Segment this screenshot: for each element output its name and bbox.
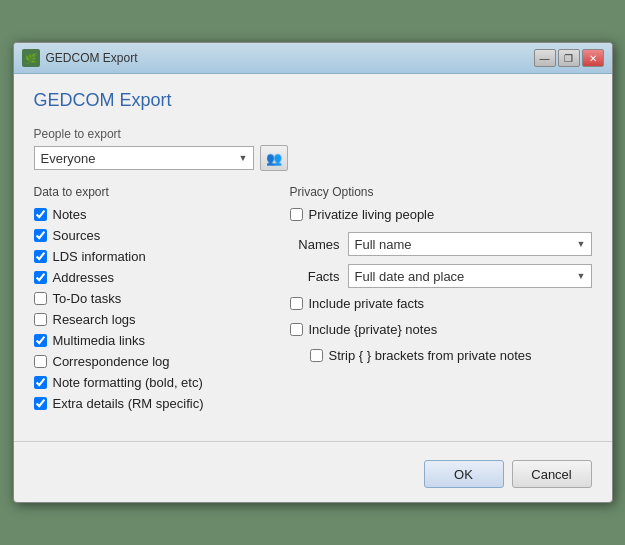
addresses-label[interactable]: Addresses (53, 270, 114, 285)
people-export-section: People to export Everyone Selected peopl… (34, 127, 592, 171)
privatize-living-checkbox[interactable] (290, 208, 303, 221)
facts-row-label: Facts (290, 269, 340, 284)
lds-checkbox[interactable] (34, 250, 47, 263)
checkbox-multimedia: Multimedia links (34, 333, 274, 348)
extradetails-checkbox[interactable] (34, 397, 47, 410)
todo-checkbox[interactable] (34, 292, 47, 305)
notes-checkbox[interactable] (34, 208, 47, 221)
include-private-facts-checkbox[interactable] (290, 297, 303, 310)
sources-label[interactable]: Sources (53, 228, 101, 243)
include-private-notes-row: Include {private} notes (290, 322, 592, 337)
select-people-button[interactable]: 👥 (260, 145, 288, 171)
checkbox-addresses: Addresses (34, 270, 274, 285)
checkbox-research: Research logs (34, 312, 274, 327)
lds-label[interactable]: LDS information (53, 249, 146, 264)
notes-label[interactable]: Notes (53, 207, 87, 222)
strip-brackets-row: Strip { } brackets from private notes (290, 348, 592, 363)
two-column-layout: Data to export Notes Sources LDS informa… (34, 185, 592, 417)
restore-button[interactable]: ❐ (558, 49, 580, 67)
facts-row: Facts Full date and place Year only No d… (290, 264, 592, 288)
noteformat-label[interactable]: Note formatting (bold, etc) (53, 375, 203, 390)
privacy-checks: Include private facts Include {private} … (290, 296, 592, 369)
bottom-divider (14, 441, 612, 442)
page-title: GEDCOM Export (34, 90, 592, 111)
todo-label[interactable]: To-Do tasks (53, 291, 122, 306)
gedcom-export-dialog: 🌿 GEDCOM Export — ❐ ✕ GEDCOM Export Peop… (13, 42, 613, 503)
names-dropdown-wrapper: Full name First name only Initials only … (348, 232, 592, 256)
noteformat-checkbox[interactable] (34, 376, 47, 389)
privatize-living-label[interactable]: Privatize living people (309, 207, 435, 222)
names-dropdown[interactable]: Full name First name only Initials only … (348, 232, 592, 256)
multimedia-label[interactable]: Multimedia links (53, 333, 145, 348)
close-button[interactable]: ✕ (582, 49, 604, 67)
titlebar: 🌿 GEDCOM Export — ❐ ✕ (14, 43, 612, 74)
facts-dropdown-wrapper: Full date and place Year only No dates P… (348, 264, 592, 288)
dialog-content: GEDCOM Export People to export Everyone … (14, 74, 612, 429)
privacy-column: Privacy Options Privatize living people … (290, 185, 592, 417)
ok-button[interactable]: OK (424, 460, 504, 488)
strip-brackets-label[interactable]: Strip { } brackets from private notes (329, 348, 532, 363)
privatize-living-row: Privatize living people (290, 207, 592, 222)
checkbox-sources: Sources (34, 228, 274, 243)
research-label[interactable]: Research logs (53, 312, 136, 327)
window-title: GEDCOM Export (46, 51, 534, 65)
people-dropdown[interactable]: Everyone Selected people Ancestors Desce… (34, 146, 254, 170)
cancel-button[interactable]: Cancel (512, 460, 592, 488)
checkbox-notes: Notes (34, 207, 274, 222)
bottom-bar: OK Cancel (14, 452, 612, 502)
app-icon: 🌿 (22, 49, 40, 67)
include-private-facts-row: Include private facts (290, 296, 592, 311)
extradetails-label[interactable]: Extra details (RM specific) (53, 396, 204, 411)
strip-brackets-checkbox[interactable] (310, 349, 323, 362)
minimize-button[interactable]: — (534, 49, 556, 67)
correspondence-checkbox[interactable] (34, 355, 47, 368)
people-row: Everyone Selected people Ancestors Desce… (34, 145, 592, 171)
facts-dropdown[interactable]: Full date and place Year only No dates P… (348, 264, 592, 288)
names-row: Names Full name First name only Initials… (290, 232, 592, 256)
people-icon: 👥 (266, 151, 282, 166)
correspondence-label[interactable]: Correspondence log (53, 354, 170, 369)
research-checkbox[interactable] (34, 313, 47, 326)
checkbox-noteformat: Note formatting (bold, etc) (34, 375, 274, 390)
checkbox-extradetails: Extra details (RM specific) (34, 396, 274, 411)
checkbox-correspondence: Correspondence log (34, 354, 274, 369)
privacy-header: Privacy Options (290, 185, 592, 199)
data-export-column: Data to export Notes Sources LDS informa… (34, 185, 274, 417)
titlebar-buttons: — ❐ ✕ (534, 49, 604, 67)
include-private-facts-label[interactable]: Include private facts (309, 296, 425, 311)
people-export-label: People to export (34, 127, 592, 141)
include-private-notes-label[interactable]: Include {private} notes (309, 322, 438, 337)
data-export-header: Data to export (34, 185, 274, 199)
people-dropdown-wrapper: Everyone Selected people Ancestors Desce… (34, 146, 254, 170)
include-private-notes-checkbox[interactable] (290, 323, 303, 336)
addresses-checkbox[interactable] (34, 271, 47, 284)
checkbox-todo: To-Do tasks (34, 291, 274, 306)
multimedia-checkbox[interactable] (34, 334, 47, 347)
names-row-label: Names (290, 237, 340, 252)
checkbox-lds: LDS information (34, 249, 274, 264)
sources-checkbox[interactable] (34, 229, 47, 242)
